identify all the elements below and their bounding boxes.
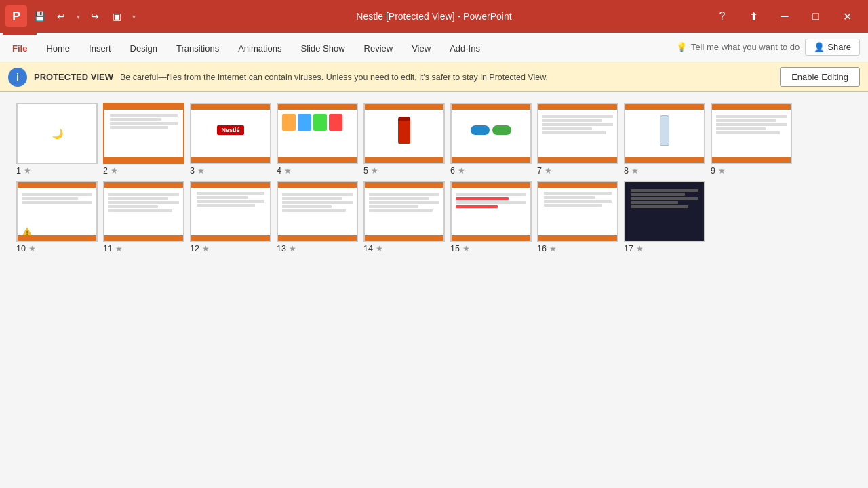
close-button[interactable]: ✕ [831, 0, 863, 33]
slide-thumb-17[interactable] [624, 181, 705, 242]
slide-item[interactable]: 8★ [624, 103, 705, 176]
tab-insert[interactable]: Insert [79, 33, 121, 62]
slide-item[interactable]: 17★ [624, 181, 705, 253]
star-icon[interactable]: ★ [115, 244, 123, 253]
tab-view[interactable]: View [402, 33, 440, 62]
slide-area: 🌙1★ 2★ Nestlé 3★ 4★ [0, 92, 868, 488]
slide-item[interactable]: 6★ [450, 103, 532, 176]
more-button[interactable]: ▾ [129, 7, 138, 26]
tell-me-search[interactable]: 💡 Tell me what you want to do [671, 42, 805, 52]
help-button[interactable]: ? [707, 0, 738, 33]
tab-animations[interactable]: Animations [229, 33, 291, 62]
slide-meta: 5★ [363, 166, 378, 176]
star-icon[interactable]: ★ [718, 166, 726, 176]
slide-thumb-11[interactable] [103, 181, 184, 242]
tab-addins[interactable]: Add-Ins [440, 33, 490, 62]
maximize-button[interactable]: □ [800, 0, 831, 33]
star-icon[interactable]: ★ [289, 244, 296, 253]
star-icon[interactable]: ★ [371, 166, 378, 176]
star-icon[interactable]: ★ [549, 244, 557, 253]
star-icon[interactable]: ★ [545, 166, 552, 176]
star-icon[interactable]: ★ [458, 166, 465, 176]
slide-meta: 4★ [277, 166, 292, 176]
slide-meta: 11★ [103, 244, 123, 253]
slide-meta: 2★ [103, 166, 118, 176]
slide-thumb-1[interactable]: 🌙 [16, 103, 98, 164]
slide-number: 13 [277, 244, 286, 253]
tab-transitions[interactable]: Transitions [167, 33, 229, 62]
star-icon[interactable]: ★ [202, 244, 210, 253]
share-button[interactable]: 👤 Share [805, 39, 860, 56]
slide-thumb-6[interactable] [450, 103, 532, 164]
slide-item[interactable]: Nestlé 3★ [190, 103, 271, 176]
undo-button[interactable]: ↩ [52, 7, 71, 26]
info-icon: i [8, 68, 27, 87]
save-button[interactable]: 💾 [30, 7, 49, 26]
slide-number: 12 [190, 244, 199, 253]
slide-thumb-8[interactable] [624, 103, 705, 164]
slide-number: 15 [450, 244, 460, 253]
slide-item[interactable]: 2★ [103, 103, 184, 176]
slide-meta: 8★ [624, 166, 639, 176]
present-button[interactable]: ▣ [107, 7, 126, 26]
tab-slideshow[interactable]: Slide Show [292, 33, 355, 62]
slide-grid: 🌙1★ 2★ Nestlé 3★ 4★ [16, 103, 852, 253]
slide-thumb-10[interactable]: ! [16, 181, 98, 242]
slide-thumb-15[interactable] [450, 181, 532, 242]
slide-item[interactable]: 🌙1★ [16, 103, 98, 176]
star-icon[interactable]: ★ [24, 166, 31, 176]
slide-item[interactable]: 16★ [537, 181, 618, 253]
toolbar-left: P 💾 ↩ ▾ ↪ ▣ ▾ [5, 5, 138, 27]
slide-number: 7 [537, 166, 542, 176]
slide-thumb-14[interactable] [363, 181, 445, 242]
window-controls: ? ⬆ ─ □ ✕ [707, 0, 863, 33]
slide-item[interactable]: 7★ [537, 103, 618, 176]
redo-button[interactable]: ↪ [85, 7, 104, 26]
person-icon: 👤 [814, 42, 825, 52]
slide-item[interactable]: 11★ [103, 181, 184, 253]
undo-arrow[interactable]: ▾ [73, 7, 83, 26]
slide-thumb-13[interactable] [277, 181, 358, 242]
slide-item[interactable]: 12★ [190, 181, 271, 253]
restore-ribbon-button[interactable]: ⬆ [738, 0, 769, 33]
slide-number: 11 [103, 244, 113, 253]
slide-thumb-3[interactable]: Nestlé [190, 103, 271, 164]
star-icon[interactable]: ★ [462, 244, 470, 253]
star-icon[interactable]: ★ [111, 166, 118, 176]
slide-thumb-2[interactable] [103, 103, 184, 164]
slide-meta: 1★ [16, 166, 31, 176]
minimize-button[interactable]: ─ [769, 0, 800, 33]
slide-number: 4 [277, 166, 281, 176]
slide-item[interactable]: ! 10★ [16, 181, 98, 253]
protected-label: PROTECTED VIEW [34, 72, 113, 82]
slide-meta: 14★ [363, 244, 383, 253]
star-icon[interactable]: ★ [284, 166, 292, 176]
slide-thumb-9[interactable] [711, 103, 792, 164]
star-icon[interactable]: ★ [376, 244, 383, 253]
enable-editing-button[interactable]: Enable Editing [780, 67, 860, 87]
star-icon[interactable]: ★ [636, 244, 644, 253]
star-icon[interactable]: ★ [197, 166, 205, 176]
slide-item[interactable]: 5★ [363, 103, 445, 176]
slide-thumb-5[interactable] [363, 103, 445, 164]
slide-meta: 15★ [450, 244, 470, 253]
slide-thumb-12[interactable] [190, 181, 271, 242]
tab-review[interactable]: Review [355, 33, 403, 62]
star-icon[interactable]: ★ [28, 244, 36, 253]
tab-home[interactable]: Home [37, 33, 79, 62]
slide-thumb-16[interactable] [537, 181, 618, 242]
tab-design[interactable]: Design [121, 33, 167, 62]
slide-item[interactable]: 14★ [363, 181, 445, 253]
slide-item[interactable]: 13★ [277, 181, 358, 253]
slide-item[interactable]: 9★ [711, 103, 792, 176]
slide-item[interactable]: 4★ [277, 103, 358, 176]
slide-number: 17 [624, 244, 633, 253]
slide-item[interactable]: 15★ [450, 181, 532, 253]
slide-number: 5 [363, 166, 368, 176]
star-icon[interactable]: ★ [631, 166, 639, 176]
slide-number: 1 [16, 166, 21, 176]
tab-file[interactable]: File [3, 33, 37, 62]
title-bar: P 💾 ↩ ▾ ↪ ▣ ▾ Nestle [Protected View] - … [0, 0, 868, 33]
slide-thumb-4[interactable] [277, 103, 358, 164]
slide-thumb-7[interactable] [537, 103, 618, 164]
